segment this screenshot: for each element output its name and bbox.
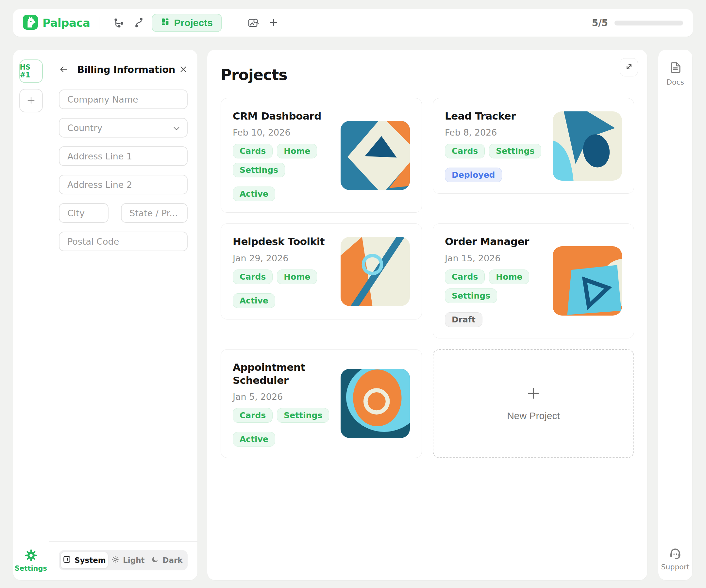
- alpaca-logo-icon: [23, 15, 38, 31]
- usage-meter: 5/5: [592, 17, 683, 29]
- settings-button[interactable]: Settings: [13, 549, 49, 572]
- project-date: Jan 15, 2026: [445, 253, 545, 263]
- theme-system-button[interactable]: System: [61, 552, 108, 569]
- project-title: Helpdesk Toolkit: [233, 235, 333, 248]
- project-title: CRM Dashboard: [233, 110, 333, 123]
- project-tag: Home: [277, 269, 317, 284]
- project-date: Jan 5, 2026: [233, 392, 333, 402]
- arrow-left-icon: [59, 65, 69, 75]
- project-art-helpdesk-toolkit: [341, 237, 410, 306]
- docs-label: Docs: [666, 78, 684, 86]
- address-line-1-field[interactable]: [59, 146, 188, 166]
- workspace-rail: HS #1: [13, 50, 49, 580]
- moon-icon: [151, 556, 159, 565]
- document-icon: [668, 61, 682, 76]
- project-card-lead-tracker[interactable]: Lead Tracker Feb 8, 2026 Cards Settings …: [433, 98, 634, 194]
- expand-panel-button[interactable]: [620, 58, 638, 77]
- divider: [234, 17, 234, 29]
- project-tags: Cards Settings: [233, 408, 333, 423]
- project-card-helpdesk-toolkit[interactable]: Helpdesk Toolkit Jan 29, 2026 Cards Home…: [221, 223, 422, 319]
- docs-button[interactable]: Docs: [666, 61, 684, 86]
- project-card-appointment-scheduler[interactable]: Appointment Scheduler Jan 5, 2026 Cards …: [221, 349, 422, 458]
- projects-grid: CRM Dashboard Feb 10, 2026 Cards Home Se…: [221, 98, 634, 458]
- theme-toggle-area: System Light: [49, 541, 197, 580]
- support-button[interactable]: Support: [661, 546, 690, 571]
- address-line-2-field[interactable]: [59, 175, 188, 194]
- projects-panel: Projects CRM Dashboard Feb 10, 2026 Card…: [207, 50, 647, 580]
- project-tags: Cards Home Settings: [233, 144, 333, 177]
- project-tag: Settings: [489, 144, 541, 159]
- billing-panel: Billing Information: [49, 50, 197, 580]
- theme-light-button[interactable]: Light: [109, 552, 147, 569]
- theme-system-label: System: [75, 556, 106, 564]
- project-tags: Cards Home: [233, 269, 333, 284]
- project-tag: Settings: [277, 408, 329, 423]
- status-badge: Active: [233, 186, 275, 201]
- flow-nav-button[interactable]: [110, 14, 127, 31]
- status-badge: Active: [233, 432, 275, 447]
- project-art-crm-dashboard: [341, 121, 410, 190]
- add-workspace-button[interactable]: [19, 89, 43, 112]
- sun-icon: [111, 555, 119, 565]
- billing-form: [59, 89, 188, 251]
- theme-toggle: System Light: [59, 550, 188, 571]
- project-tags: Cards Home Settings: [445, 269, 545, 303]
- company-name-field[interactable]: [59, 89, 188, 109]
- project-tag: Cards: [233, 408, 273, 423]
- project-tag: Home: [277, 144, 317, 159]
- brand-logo: Palpaca: [23, 15, 90, 31]
- page-title: Projects: [221, 66, 634, 84]
- support-label: Support: [661, 563, 690, 571]
- billing-header: Billing Information: [59, 62, 188, 77]
- dashboard-grid-icon: [161, 17, 170, 29]
- project-tag: Settings: [445, 288, 497, 303]
- status-badge: Active: [233, 293, 275, 308]
- new-project-label: New Project: [507, 410, 560, 421]
- image-search-button[interactable]: [245, 14, 262, 31]
- project-tag: Home: [489, 269, 529, 284]
- back-button[interactable]: [59, 65, 69, 75]
- add-tab-button[interactable]: [265, 14, 282, 31]
- projects-nav-button[interactable]: Projects: [152, 14, 222, 32]
- headset-icon: [668, 546, 682, 560]
- workflow-icon: [113, 17, 124, 29]
- new-project-button[interactable]: New Project: [433, 349, 634, 458]
- project-title: Appointment Scheduler: [233, 361, 333, 387]
- project-date: Feb 10, 2026: [233, 127, 333, 137]
- route-nav-button[interactable]: [130, 14, 147, 31]
- project-card-crm-dashboard[interactable]: CRM Dashboard Feb 10, 2026 Cards Home Se…: [221, 98, 422, 213]
- project-tag: Cards: [445, 269, 485, 284]
- plus-icon: [268, 17, 279, 29]
- status-badge: Draft: [445, 312, 482, 327]
- project-tag: Cards: [233, 144, 273, 159]
- divider: [99, 17, 100, 29]
- projects-nav-label: Projects: [174, 17, 212, 29]
- close-button[interactable]: [179, 65, 188, 75]
- state-province-field[interactable]: [121, 203, 188, 223]
- project-date: Jan 29, 2026: [233, 253, 333, 263]
- workspace-badge[interactable]: HS #1: [19, 59, 43, 83]
- topbar: Palpaca: [13, 9, 693, 37]
- project-art-lead-tracker: [553, 112, 622, 181]
- project-card-order-manager[interactable]: Order Manager Jan 15, 2026 Cards Home Se…: [433, 223, 634, 338]
- country-select[interactable]: [59, 118, 188, 137]
- postal-code-field[interactable]: [59, 232, 188, 251]
- theme-dark-label: Dark: [162, 556, 182, 564]
- project-title: Lead Tracker: [445, 110, 545, 123]
- close-icon: [179, 65, 188, 75]
- theme-light-label: Light: [123, 556, 145, 564]
- city-field[interactable]: [59, 203, 109, 223]
- usage-progress-bar: [615, 20, 683, 26]
- plus-icon: [26, 95, 36, 106]
- expand-icon: [625, 62, 633, 72]
- contrast-square-icon: [63, 555, 71, 565]
- image-search-icon: [247, 17, 259, 30]
- theme-dark-button[interactable]: Dark: [148, 552, 186, 569]
- right-rail: Docs Support: [658, 50, 692, 580]
- brand-name: Palpaca: [42, 16, 90, 30]
- settings-label: Settings: [15, 564, 47, 572]
- plus-icon: [526, 386, 541, 402]
- billing-title: Billing Information: [77, 64, 175, 75]
- project-tag: Cards: [233, 269, 273, 284]
- project-art-order-manager: [553, 246, 622, 316]
